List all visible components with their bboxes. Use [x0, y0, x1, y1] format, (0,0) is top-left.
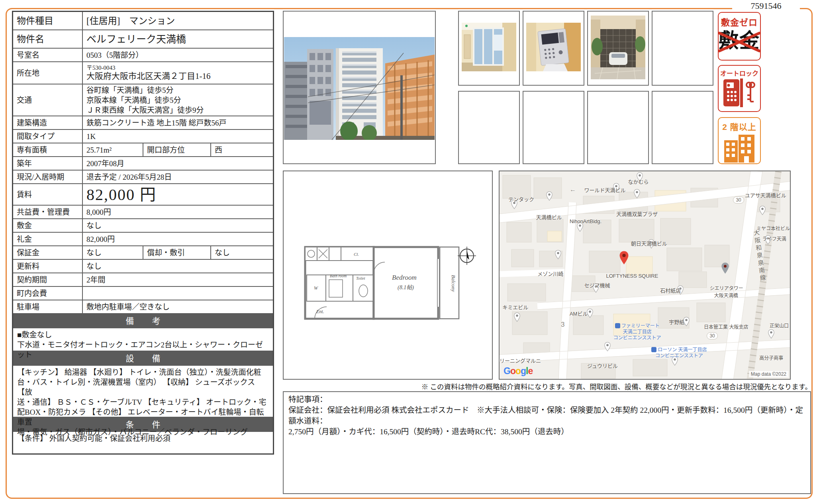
svg-text:(8.1帖): (8.1帖) [398, 284, 414, 291]
garage-photo [591, 16, 645, 79]
row-label: 駐車場 [13, 300, 83, 313]
map-label: セジマ機械 [584, 281, 610, 289]
table-row: 専有面積25.71m²開口部方位西 [13, 143, 273, 157]
document-number: 7591546 [732, 1, 800, 11]
map-box: なかむら←ワールド天満ビルユアサ天満橋ビルテンタック天満橋ビルNihonArtB… [499, 171, 791, 380]
section-header-remarks: 備 考 [13, 314, 273, 328]
row-label: 町内会費 [13, 287, 83, 300]
table-row: 所在地〒530-0043大阪府大阪市北区天満２丁目1-16 [13, 62, 273, 84]
row-value [83, 287, 273, 300]
map-label: メゾン川崎 [537, 270, 563, 277]
row-label: 号室名 [13, 49, 83, 61]
row-label: 契約期間 [13, 273, 83, 286]
section-header-equipment: 設 備 [13, 351, 273, 366]
row-value: なし [83, 260, 273, 273]
disclaimer-note: ※ この資料は物件の概略紹介資料になります。写真、間取図面、設備、概要などが現況… [279, 381, 812, 391]
svg-text:Balcony: Balcony [451, 275, 457, 292]
svg-text:Toilet: Toilet [356, 276, 365, 280]
badge-second-floor-up: 2 階以上 [718, 117, 761, 164]
map-pin [554, 250, 561, 259]
row-label: 敷金 [13, 219, 83, 232]
row-sublabel: 償却・敷引 [143, 246, 211, 259]
row-label: 建築構造 [13, 116, 83, 129]
property-flyer: 7591546 物件種目[住居用] マンション物件名ベルフェリーク天満橋号室名0… [0, 0, 819, 504]
building-exterior-photo [284, 37, 435, 140]
table-row: 号室名0503（5階部分） [13, 49, 273, 62]
table-row: 築年2007年08月 [13, 157, 273, 171]
crossed-deposit-icon: 敷金 [719, 29, 760, 52]
row-value: 8,000円 [83, 206, 273, 218]
map-attribution: Map data ©2022 [749, 371, 788, 377]
map-label: シエリアタワー [710, 284, 743, 291]
map-label: ユアサ天満橋ビル [745, 191, 786, 199]
map-label: ワールド天満ビル [584, 186, 626, 194]
row-label: 築年 [13, 157, 83, 170]
row-value: 谷町線「天満橋」徒歩5分京阪本線「天満橋」徒歩5分ＪＲ東西線「大阪天満宮」徒歩9… [83, 84, 273, 116]
map-pin-red-property [619, 251, 625, 260]
special-note-line: 2,750円（月額）・カギ代：16,500円（契約時）・退去時RC代：38,50… [288, 426, 805, 437]
row-value: 2007年08月 [83, 157, 273, 170]
row-label: 間取タイプ [13, 130, 83, 143]
table-row: 礼金82,000円 [13, 233, 273, 246]
table-row: 物件種目[住居用] マンション [13, 12, 273, 30]
row-subvalue: なし [211, 246, 273, 259]
table-row: 交通谷町線「天満橋」徒歩5分京阪本線「天満橋」徒歩5分ＪＲ東西線「大阪天満宮」徒… [13, 84, 273, 116]
compass-icon [458, 247, 476, 265]
route-number-badge: 30 [733, 196, 744, 204]
row-value: 退去予定 / 2026年5月28日 [83, 171, 273, 183]
row-value: なし [83, 219, 273, 232]
row-label: 交通 [13, 84, 83, 116]
photo-placeholder [652, 91, 713, 164]
row-value: 0503（5階部分） [83, 49, 273, 61]
table-row: 契約期間2年間 [13, 273, 273, 287]
autolock-icon [723, 78, 756, 107]
svg-text:W: W [314, 285, 318, 291]
badge-no-deposit: 敷金ゼロ 敷金 [718, 12, 761, 61]
property-table: 物件種目[住居用] マンション物件名ベルフェリーク天満橋号室名0503（5階部分… [12, 11, 274, 455]
map-label: ← [570, 186, 576, 193]
table-row: 建築構造鉄筋コンクリート造 地上15階 総戸数56戸 [13, 116, 273, 130]
row-label: 保証金 [13, 246, 83, 259]
special-notes-box: 特記事項：保証会社：保証会社利用必須 株式会社エポスカード ※大手法人相談可・保… [283, 391, 811, 494]
photo-placeholder [523, 91, 584, 164]
row-value: 25.71m² [83, 143, 143, 156]
badge-autolock-title: オートロック [719, 68, 760, 78]
convenience-store-icon [651, 347, 656, 352]
map-label: 朝日天満橋ビル [631, 239, 667, 247]
row-sublabel: 開口部方位 [143, 143, 211, 156]
route-number-badge: 30 [707, 332, 717, 339]
badge-autolock: オートロック [718, 65, 761, 112]
map-label: ミヤコ本社ビル [756, 225, 790, 231]
special-note-line: 保証会社：保証会社利用必須 株式会社エポスカード ※大手法人相談可・保険：保険要… [288, 405, 805, 426]
svg-text:Bedroom: Bedroom [392, 274, 417, 281]
map-label: なかむら [628, 178, 649, 185]
map-label: リーニングマルニ [500, 357, 541, 364]
map-label: テンタック [508, 195, 534, 203]
map-label: ジュウリビル [587, 362, 618, 369]
row-label: 現況/入居時期 [13, 171, 83, 183]
map-label: キミエビル [502, 303, 528, 311]
row-value: 2年間 [83, 273, 273, 286]
table-row: 保証金なし償却・敷引なし [13, 246, 273, 260]
svg-text:Bath room: Bath room [330, 274, 347, 278]
row-subvalue: 西 [211, 143, 273, 156]
table-row: 更新料なし [13, 260, 273, 273]
row-value: ベルフェリーク天満橋 [83, 30, 273, 48]
svg-text:Ent.: Ent. [316, 309, 324, 314]
photo-placeholder [587, 91, 649, 164]
table-row: 駐車場敷地内駐車場／空きなし [13, 300, 273, 314]
svg-text:Cl.: Cl. [354, 252, 359, 257]
map-pin [546, 191, 553, 201]
table-row: 間取タイプ1K [13, 130, 273, 143]
table-row: 敷金なし [13, 219, 273, 233]
map-pin-gray-large [721, 262, 728, 272]
garage-photo-box [587, 11, 649, 86]
badge-no-deposit-title: 敷金ゼロ [719, 15, 760, 28]
section-body-remarks: ■敷金なし下水道・モニタ付オートロック・エアコン2台以上・シャワー・クローゼット [13, 328, 273, 351]
map-label: 石村紙店 [660, 286, 681, 294]
special-note-line: 特記事項： [288, 394, 805, 405]
row-label: 物件名 [13, 30, 83, 48]
map-poi-label: ファミリーマート天満二丁目店コンビニエンスストア [613, 323, 661, 341]
row-label: 共益費・管理費 [13, 206, 83, 218]
map-label: 3 [561, 321, 564, 329]
